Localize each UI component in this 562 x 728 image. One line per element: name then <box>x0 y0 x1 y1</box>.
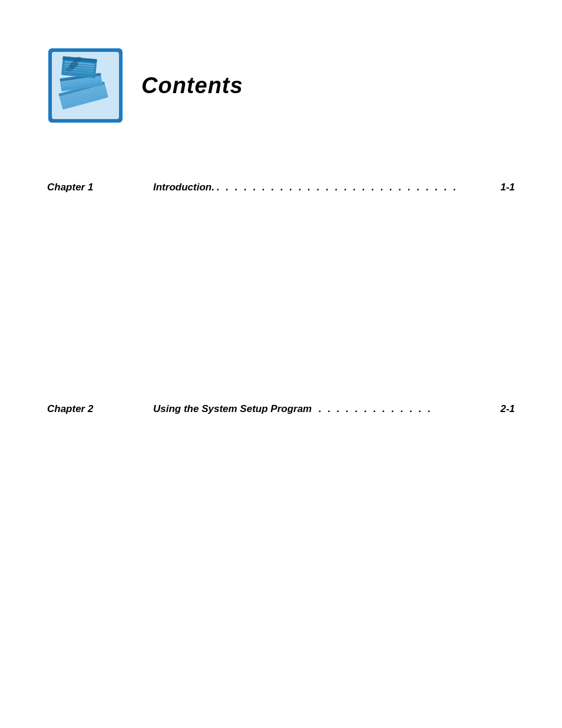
chapter-1-dots: . . . . . . . . . . . . . . . . . . . . … <box>217 182 497 193</box>
chapter-1-title: Introduction. <box>153 182 214 193</box>
chapter-1-label: Chapter 1 <box>47 182 153 193</box>
chapter-1-title-dots: Introduction. . . . . . . . . . . . . . … <box>153 182 515 193</box>
header-section: Contents <box>47 47 515 124</box>
chapter-1-page: 1-1 <box>500 182 515 193</box>
toc-entries: Chapter 1 Introduction. . . . . . . . . … <box>47 171 515 426</box>
chapter-2-label: Chapter 2 <box>47 403 153 415</box>
page: Contents Chapter 1 Introduction. . . . .… <box>0 0 562 728</box>
page-title: Contents <box>141 73 243 98</box>
toc-entry-chapter-2: Chapter 2 Using the System Setup Program… <box>47 393 515 426</box>
chapter-2-title-dots: Using the System Setup Program . . . . .… <box>153 403 515 415</box>
toc-entry-chapter-1: Chapter 1 Introduction. . . . . . . . . … <box>47 171 515 204</box>
chapter-2-dots: . . . . . . . . . . . . . <box>314 403 497 415</box>
chapter-2-page: 2-1 <box>500 403 515 415</box>
chapter-2-title: Using the System Setup Program <box>153 403 312 415</box>
book-icon <box>47 47 124 124</box>
